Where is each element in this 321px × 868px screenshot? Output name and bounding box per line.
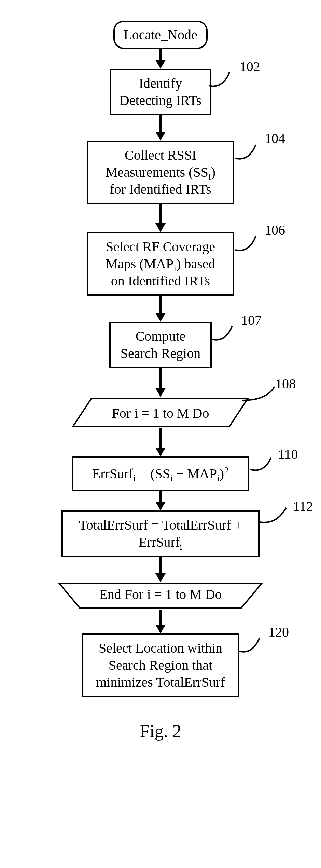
- process-text: Collect RSSIMeasurements (SSi)for Identi…: [106, 147, 215, 197]
- step-identify: IdentifyDetecting IRTs 102: [110, 69, 211, 115]
- process-text: TotalErrSurf = TotalErrSurf +ErrSurfi: [79, 517, 242, 550]
- step-selectmaps: Select RF CoverageMaps (MAPi) basedon Id…: [87, 232, 234, 296]
- loop-start-text: For i = 1 to M Do: [72, 405, 249, 421]
- figure-caption: Fig. 2: [0, 721, 321, 741]
- ref-104: 104: [265, 130, 285, 146]
- ref-108: 108: [275, 376, 296, 392]
- ref-102: 102: [240, 58, 260, 75]
- ref-112: 112: [293, 498, 313, 514]
- process-total: TotalErrSurf = TotalErrSurf +ErrSurfi: [61, 510, 260, 557]
- leader-120: [239, 631, 270, 658]
- leader-107: [212, 319, 242, 346]
- step-selectloc: Select Location withinSearch Region that…: [82, 633, 239, 697]
- process-selectloc: Select Location withinSearch Region that…: [82, 633, 239, 697]
- step-loopend: End For i = 1 to M Do: [58, 582, 263, 610]
- arrow: [155, 557, 166, 582]
- terminator-label: Locate_Node: [124, 27, 197, 42]
- arrow: [155, 49, 166, 69]
- process-text: Select Location withinSearch Region that…: [96, 640, 225, 690]
- process-selectmaps: Select RF CoverageMaps (MAPi) basedon Id…: [87, 232, 234, 296]
- process-text: Select RF CoverageMaps (MAPi) basedon Id…: [106, 239, 215, 289]
- leader-112: [260, 505, 294, 529]
- loop-end-text: End For i = 1 to M Do: [58, 586, 263, 602]
- process-text: ErrSurfi = (SSi − MAPi)2: [92, 466, 229, 481]
- arrow: [155, 204, 166, 232]
- process-collect: Collect RSSIMeasurements (SSi)for Identi…: [87, 141, 234, 204]
- ref-110: 110: [278, 446, 298, 462]
- ref-120: 120: [268, 624, 289, 640]
- terminator-wrap: Locate_Node: [113, 21, 207, 49]
- step-loopstart: For i = 1 to M Do 108: [72, 397, 249, 428]
- process-text: IdentifyDetecting IRTs: [120, 76, 201, 108]
- leader-106: [235, 229, 266, 257]
- arrow: [155, 296, 166, 322]
- terminator-start: Locate_Node: [113, 21, 207, 49]
- step-compute: ComputeSearch Region 107: [109, 322, 212, 368]
- ref-107: 107: [241, 312, 262, 328]
- flowchart: Locate_Node IdentifyDetecting IRTs 102 C…: [0, 21, 321, 697]
- arrow: [155, 491, 166, 510]
- arrow: [155, 428, 166, 456]
- ref-106: 106: [265, 222, 285, 238]
- arrow: [155, 368, 166, 397]
- process-errsurf: ErrSurfi = (SSi − MAPi)2: [72, 456, 249, 491]
- step-total: TotalErrSurf = TotalErrSurf +ErrSurfi 11…: [61, 510, 260, 557]
- step-collect: Collect RSSIMeasurements (SSi)for Identi…: [87, 141, 234, 204]
- loop-start-shape: For i = 1 to M Do: [72, 397, 249, 428]
- arrow: [155, 115, 166, 141]
- leader-110: [250, 452, 281, 476]
- arrow: [155, 610, 166, 633]
- loop-end-shape: End For i = 1 to M Do: [58, 582, 263, 610]
- leader-104: [235, 138, 266, 165]
- step-errsurf: ErrSurfi = (SSi − MAPi)2 110: [72, 456, 249, 491]
- process-text: ComputeSearch Region: [121, 329, 200, 361]
- process-compute: ComputeSearch Region: [109, 322, 212, 368]
- process-identify: IdentifyDetecting IRTs: [110, 69, 211, 115]
- leader-102: [209, 65, 240, 93]
